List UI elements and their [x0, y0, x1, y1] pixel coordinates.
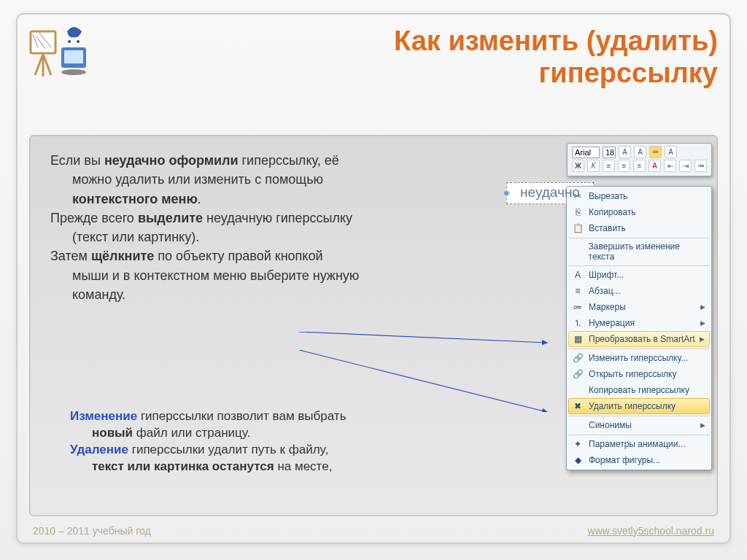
menu-label: Преобразовать в SmartArt [589, 334, 695, 344]
italic[interactable]: К [587, 160, 600, 172]
menu-item-4[interactable]: A Шрифт... [568, 265, 710, 283]
menu-label: Открыть гиперссылку [589, 369, 676, 379]
bullets[interactable]: ≔ [694, 160, 707, 172]
align-left[interactable]: ≡ [603, 160, 615, 172]
submenu-arrow-icon: ▶ [700, 303, 705, 311]
menu-label: Формат фигуры... [589, 455, 660, 465]
menu-label: Вставить [589, 223, 626, 233]
menu-label: Копировать гиперссылку [589, 385, 689, 395]
menu-item-3[interactable]: Завершить изменение текста [568, 238, 710, 264]
menu-icon [571, 246, 584, 257]
menu-icon: ✦ [571, 438, 584, 450]
title-line2: гиперссылку [539, 58, 719, 88]
svg-rect-0 [31, 31, 55, 53]
menu-item-10[interactable]: 🔗 Открыть гиперссылку [568, 366, 710, 382]
menu-icon: ✖ [571, 400, 584, 412]
indent-inc[interactable]: ⇥ [679, 160, 692, 172]
menu-label: Абзац... [589, 286, 621, 296]
menu-icon: ≔ [571, 301, 584, 313]
bold[interactable]: Ж [572, 160, 584, 172]
menu-item-7[interactable]: ⒈ Нумерация▶ [568, 315, 710, 331]
text-color[interactable]: A [649, 160, 661, 172]
submenu-arrow-icon: ▶ [700, 421, 705, 429]
menu-icon: 📋 [571, 222, 584, 234]
menu-label: Синонимы [589, 420, 632, 430]
svg-rect-2 [64, 50, 83, 63]
menu-icon: A [571, 269, 584, 281]
menu-label: Изменить гиперссылку... [589, 353, 688, 363]
indent-dec[interactable]: ⇤ [664, 160, 676, 172]
menu-label: Параметры анимации... [589, 439, 686, 449]
menu-label: Маркеры [589, 302, 626, 312]
menu-icon: ▦ [571, 333, 584, 345]
title-line1: Как изменить (удалить) [394, 26, 718, 56]
menu-item-15[interactable]: ◆ Формат фигуры... [568, 452, 710, 468]
svg-point-3 [61, 69, 86, 75]
menu-icon: ◆ [571, 454, 584, 466]
menu-item-5[interactable]: ≡ Абзац... [568, 283, 710, 299]
menu-item-11[interactable]: Копировать гиперссылку [568, 382, 710, 398]
menu-item-9[interactable]: 🔗 Изменить гиперссылку... [568, 349, 710, 366]
clipart-icon [29, 26, 95, 84]
menu-label: Шрифт... [589, 270, 624, 280]
footer-year: 2010 – 2011 учебный год [33, 525, 151, 537]
svg-point-7 [77, 40, 80, 43]
align-right[interactable]: ≡ [633, 160, 646, 172]
context-menu: ✂ Вырезать⎘ Копировать📋 Вставить Заверши… [566, 186, 712, 470]
menu-icon: ⒈ [571, 317, 584, 329]
menu-item-14[interactable]: ✦ Параметры анимации... [568, 435, 710, 452]
shrink-font[interactable]: A [634, 146, 646, 158]
menu-item-1[interactable]: ⎘ Копировать [568, 204, 710, 220]
slide-title: Как изменить (удалить) гиперссылку [88, 26, 718, 89]
align-center[interactable]: ≡ [618, 160, 630, 172]
submenu-arrow-icon: ▶ [700, 319, 705, 327]
footer-url[interactable]: www.svetly5school.narod.ru [587, 525, 714, 537]
menu-label: Завершить изменение текста [589, 241, 705, 262]
menu-icon: ⎘ [571, 206, 584, 218]
submenu-arrow-icon: ▶ [700, 335, 705, 343]
menu-item-8[interactable]: ▦ Преобразовать в SmartArt▶ [568, 331, 710, 347]
grow-font[interactable]: A [619, 146, 631, 158]
slide-header: Как изменить (удалить) гиперссылку [88, 26, 718, 89]
menu-icon: 🔗 [571, 352, 584, 364]
menu-item-6[interactable]: ≔ Маркеры▶ [568, 299, 710, 315]
menu-item-0[interactable]: ✂ Вырезать [568, 188, 710, 204]
main-text: Если вы неудачно оформили гиперссылку, е… [50, 152, 488, 305]
menu-item-13[interactable]: Синонимы▶ [568, 416, 710, 433]
menu-label: Нумерация [589, 318, 635, 328]
svg-point-6 [68, 40, 71, 43]
font-size[interactable]: 18 [603, 147, 616, 158]
highlight[interactable]: ✏ [649, 146, 662, 158]
menu-label: Копировать [589, 207, 636, 217]
menu-icon [571, 384, 584, 396]
font-color[interactable]: A [665, 146, 677, 158]
menu-item-12[interactable]: ✖ Удалить гиперссылку [568, 398, 710, 414]
font-name[interactable]: Arial [572, 147, 600, 158]
menu-item-2[interactable]: 📋 Вставить [568, 220, 710, 236]
bottom-text: Изменение гиперссылки позволит вам выбра… [70, 408, 449, 475]
menu-icon: 🔗 [571, 368, 584, 380]
menu-icon: ≡ [571, 285, 584, 297]
menu-label: Вырезать [589, 191, 627, 201]
menu-icon [571, 419, 584, 431]
menu-label: Удалить гиперссылку [589, 401, 676, 411]
mini-toolbar: Arial 18 A A ✏ A Ж К ≡ ≡ ≡ A ⇤ ⇥ ≔ [567, 143, 712, 176]
